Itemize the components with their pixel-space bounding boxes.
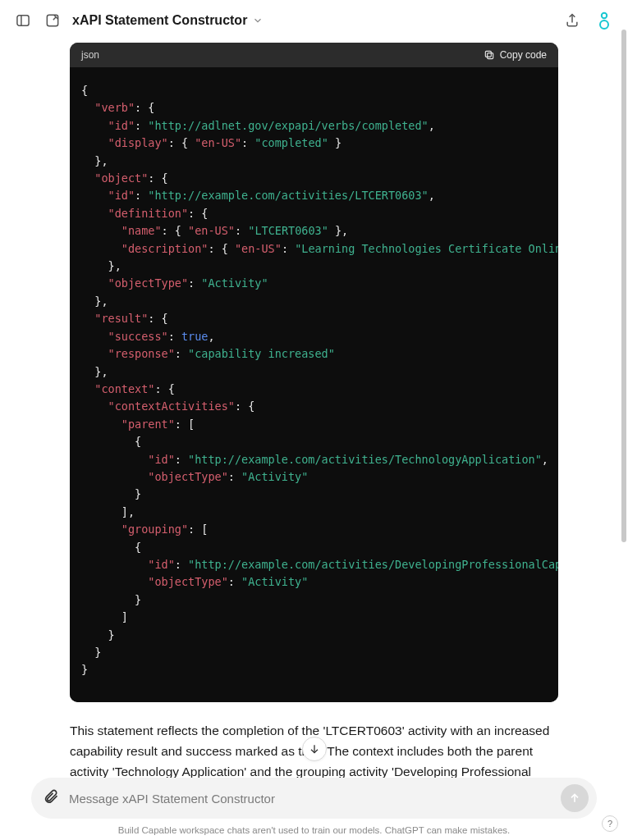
svg-rect-6 xyxy=(485,51,491,57)
chat-title[interactable]: xAPI Statement Constructor xyxy=(72,13,264,28)
message-input[interactable] xyxy=(67,785,552,812)
svg-rect-5 xyxy=(487,53,493,59)
copy-icon xyxy=(484,49,495,61)
help-button[interactable]: ? xyxy=(602,815,618,832)
code-block: json Copy code { "verb": { "id": "http:/… xyxy=(70,43,558,702)
avatar[interactable] xyxy=(594,10,615,31)
footnote: Build Capable workspace chats aren't use… xyxy=(0,825,628,835)
code-block-header: json Copy code xyxy=(70,43,558,67)
arrow-up-icon xyxy=(568,792,581,805)
topbar: xAPI Statement Constructor xyxy=(0,0,628,38)
scrollbar-thumb[interactable] xyxy=(621,30,626,542)
chevron-down-icon xyxy=(252,15,264,26)
chat-title-text: xAPI Statement Constructor xyxy=(72,13,247,28)
share-icon[interactable] xyxy=(562,11,582,30)
copy-code-label: Copy code xyxy=(500,49,547,61)
svg-point-3 xyxy=(602,13,607,18)
send-button[interactable] xyxy=(561,784,589,812)
composer xyxy=(31,778,597,819)
sidebar-toggle-icon[interactable] xyxy=(13,11,33,30)
composer-row xyxy=(0,778,628,819)
code-lang-label: json xyxy=(81,49,99,61)
new-chat-icon[interactable] xyxy=(43,11,62,30)
topbar-right xyxy=(562,10,615,31)
svg-rect-0 xyxy=(17,16,29,26)
main-content: json Copy code { "verb": { "id": "http:/… xyxy=(0,43,628,802)
scrollbar[interactable] xyxy=(621,30,626,742)
paperclip-icon xyxy=(43,788,59,805)
scroll-to-bottom-button[interactable] xyxy=(302,737,327,761)
topbar-left: xAPI Statement Constructor xyxy=(13,11,264,30)
arrow-down-icon xyxy=(308,742,321,756)
svg-point-4 xyxy=(600,21,608,29)
copy-code-button[interactable]: Copy code xyxy=(484,49,547,61)
code-content[interactable]: { "verb": { "id": "http://adlnet.gov/exp… xyxy=(70,67,558,702)
attach-button[interactable] xyxy=(43,788,59,808)
